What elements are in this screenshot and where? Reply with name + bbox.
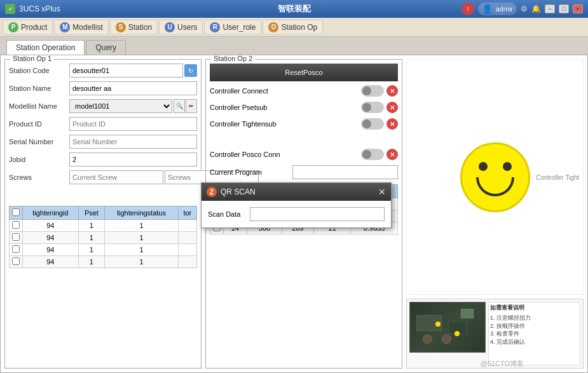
- modellist-icon: M: [60, 22, 70, 32]
- minimize-button[interactable]: −: [545, 4, 555, 13]
- controller-connect-row: Controller Connect ✕: [210, 85, 398, 97]
- jobid-input[interactable]: [69, 153, 197, 166]
- settings-icon[interactable]: ⚙: [521, 4, 528, 13]
- smiley-face: [460, 142, 530, 212]
- row-checkbox[interactable]: [12, 245, 20, 253]
- col-tighteningstatus: tighteningstatus: [105, 207, 178, 220]
- modal-header: Z QR SCAN ✕: [202, 183, 391, 201]
- watermark: @51CTO博客: [481, 359, 524, 369]
- status-cell: 1: [105, 244, 178, 256]
- smiley-smile: [476, 177, 514, 196]
- tab-query[interactable]: Query: [86, 40, 126, 55]
- station-code-input[interactable]: [69, 64, 183, 78]
- controller-tight-label: Controller Tight: [536, 173, 579, 180]
- reset-posco-button[interactable]: ResetPosco: [210, 64, 398, 81]
- menu-bar: P Product M Modellist S Station U Users …: [0, 18, 588, 37]
- posco-conn-x-button[interactable]: ✕: [386, 149, 398, 160]
- app-title: 智联装配: [278, 3, 311, 15]
- menu-item-station-op[interactable]: O Station Op: [263, 20, 323, 35]
- current-screw-input[interactable]: [69, 170, 163, 184]
- current-program-input[interactable]: [292, 165, 398, 179]
- modellist-search-button[interactable]: 🔍: [174, 99, 185, 113]
- posco-conn-switch[interactable]: [361, 149, 384, 160]
- user-info: 👤 admir: [478, 3, 517, 15]
- tab-bar: Station Operation Query: [0, 37, 588, 55]
- toggle-thumb: [362, 86, 371, 95]
- serial-number-row: Serial Number: [9, 135, 197, 149]
- maximize-button[interactable]: □: [559, 4, 569, 13]
- select-all-checkbox[interactable]: [12, 208, 20, 216]
- menu-item-station[interactable]: S Station: [110, 20, 158, 35]
- close-button[interactable]: ×: [573, 4, 583, 13]
- instructions-content: 1. 注意螺丝扭力 2. 按顺序操作 3. 检查零件 4. 完成后确认: [490, 314, 578, 346]
- controller-tightensub-label: Controller Tightensub: [210, 120, 361, 128]
- tab-station-operation[interactable]: Station Operation: [6, 40, 85, 55]
- product-label: Product: [21, 23, 47, 32]
- station-code-row: Station Code ↻: [9, 64, 197, 78]
- modal-title: QR SCAN: [217, 187, 378, 196]
- controller-tightensub-x-button[interactable]: ✕: [386, 118, 398, 130]
- station-icon: S: [116, 22, 126, 32]
- station-op-1-panel: Station Op 1 Station Code ↻ Station Name…: [4, 59, 202, 369]
- serial-number-input[interactable]: [69, 135, 197, 149]
- menu-item-product[interactable]: P Product: [3, 20, 53, 35]
- refresh-button[interactable]: ↻: [184, 64, 197, 77]
- notification-icon[interactable]: 🔔: [531, 4, 541, 13]
- product-id-input[interactable]: [69, 117, 197, 131]
- row-checkbox[interactable]: [12, 257, 20, 265]
- toggle-thumb: [362, 119, 371, 128]
- menu-item-user-role[interactable]: R User_role: [204, 20, 261, 35]
- row-checkbox[interactable]: [12, 221, 20, 229]
- app-logo: ✓: [5, 4, 15, 14]
- modellist-edit-button[interactable]: ✏: [186, 99, 197, 113]
- tightening-id-cell: 94: [23, 256, 79, 268]
- status-cell: 1: [105, 256, 178, 268]
- controller-psetsub-row: Controller Psetsub ✕: [210, 102, 398, 113]
- table-row: 94 1 1: [10, 244, 197, 256]
- pset-cell: 1: [78, 232, 105, 244]
- controller-tightensub-switch[interactable]: [361, 118, 384, 130]
- controller-psetsub-switch[interactable]: [361, 102, 384, 113]
- instructions-text-area: 如需查看说明 1. 注意螺丝扭力 2. 按顺序操作 3. 检查零件 4. 完成后…: [488, 302, 580, 365]
- menu-item-modellist[interactable]: M Modellist: [54, 20, 108, 35]
- posco-conn-label: Controller Posco Conn: [210, 151, 361, 158]
- smiley-eye-left: [479, 162, 488, 171]
- qr-scan-modal: Z QR SCAN ✕ Scan Data: [201, 182, 392, 228]
- tightening-table: tighteningid Pset tighteningstatus tor 9…: [9, 206, 197, 268]
- station-name-label: Station Name: [9, 85, 69, 92]
- title-bar: ✓ 3UCS xPlus 智联装配 ! 👤 admir ⚙ 🔔 − □ ×: [0, 0, 588, 18]
- modal-close-button[interactable]: ✕: [378, 187, 386, 197]
- controller-connect-x-button[interactable]: ✕: [386, 85, 398, 97]
- station-name-row: Station Name: [9, 81, 197, 95]
- controller-psetsub-x-button[interactable]: ✕: [386, 102, 398, 113]
- controller-connect-label: Controller Connect: [210, 87, 361, 95]
- modal-body: Scan Data: [202, 201, 391, 227]
- station-op-1-title: Station Op 1: [10, 55, 54, 62]
- table-row: 94 1 1: [10, 256, 197, 268]
- modellist-select[interactable]: model1001: [69, 99, 172, 113]
- bottom-images: 如需查看说明 1. 注意螺丝扭力 2. 按顺序操作 3. 检查零件 4. 完成后…: [406, 299, 584, 369]
- controller-tightensub-row: Controller Tightensub ✕: [210, 118, 398, 130]
- menu-item-users[interactable]: U Users: [159, 20, 203, 35]
- station-op-2-title: Station Op 2: [211, 55, 255, 62]
- smiley-eye-right: [503, 162, 512, 171]
- controller-connect-switch[interactable]: [361, 85, 384, 97]
- col-tighteningid: tighteningid: [23, 207, 79, 220]
- tor-cell: [178, 220, 196, 232]
- current-program-row: Current Program: [210, 165, 398, 179]
- scan-data-input[interactable]: [250, 207, 385, 221]
- row-checkbox[interactable]: [12, 233, 20, 241]
- main-content: Station Op 1 Station Code ↻ Station Name…: [0, 55, 588, 373]
- user-role-icon: R: [210, 22, 220, 32]
- table-row: 94 1 1: [10, 220, 197, 232]
- station-label: Station: [128, 23, 152, 32]
- modellist-name-row: Modellist Name model1001 🔍 ✏: [9, 99, 197, 113]
- status-cell: 1: [105, 220, 178, 232]
- scan-data-label: Scan Data: [208, 210, 246, 218]
- jobid-row: Jobid: [9, 153, 197, 166]
- posco-conn-row: Controller Posco Conn ✕: [210, 149, 398, 160]
- station-name-input[interactable]: [69, 81, 197, 95]
- table-header-checkbox: [10, 207, 23, 220]
- product-id-row: Product ID: [9, 117, 197, 131]
- title-bar-left: ✓ 3UCS xPlus: [5, 4, 60, 14]
